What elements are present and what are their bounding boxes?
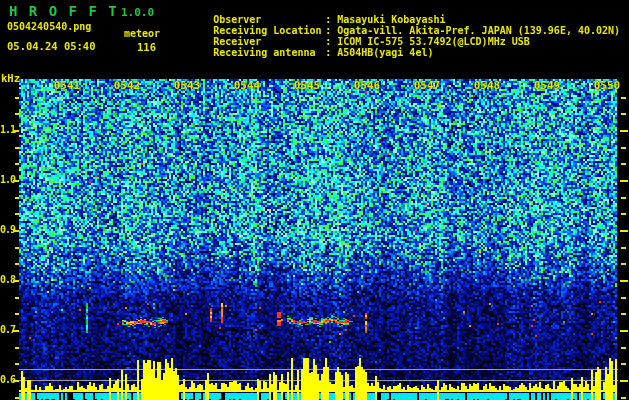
info-row-antenna: Receiving antenna:A504HB(yagi 4el) [177, 36, 433, 69]
freq-unit-label: kHz [1, 72, 20, 84]
hrofft-screen: H R O F F T 1.0.0 0504240540.png meteor … [0, 0, 629, 400]
freq-label-1.0khz: 1.0 [0, 174, 13, 185]
mode-label: meteor [124, 28, 160, 39]
freq-label-0.9khz: 0.9 [0, 224, 13, 235]
freq-label-0.6khz: 0.6 [0, 374, 13, 385]
freq-label-0.8khz: 0.8 [0, 274, 13, 285]
time-label-0543: 0543 [173, 79, 201, 92]
freq-label-0.7khz: 0.7 [0, 324, 13, 335]
time-label-0546: 0546 [353, 79, 381, 92]
info-separator: : [325, 47, 337, 58]
time-label-0547: 0547 [413, 79, 441, 92]
app-version: 1.0.0 [121, 6, 154, 19]
time-label-0544: 0544 [233, 79, 261, 92]
time-label-0545: 0545 [293, 79, 321, 92]
echo-count: 116 [137, 41, 156, 53]
date-time: 05.04.24 05:40 [7, 40, 96, 52]
info-label: Receiving antenna [213, 47, 325, 58]
time-label-0542: 0542 [113, 79, 141, 92]
app-title: H R O F F T [9, 3, 118, 19]
time-label-0550: 0550 [593, 79, 621, 92]
info-value: A504HB(yagi 4el) [337, 47, 433, 58]
freq-label-1.1khz: 1.1 [0, 124, 13, 135]
time-label-0549: 0549 [533, 79, 561, 92]
time-label-0548: 0548 [473, 79, 501, 92]
time-label-0541: 0541 [53, 79, 81, 92]
output-filename: 0504240540.png [7, 21, 91, 32]
